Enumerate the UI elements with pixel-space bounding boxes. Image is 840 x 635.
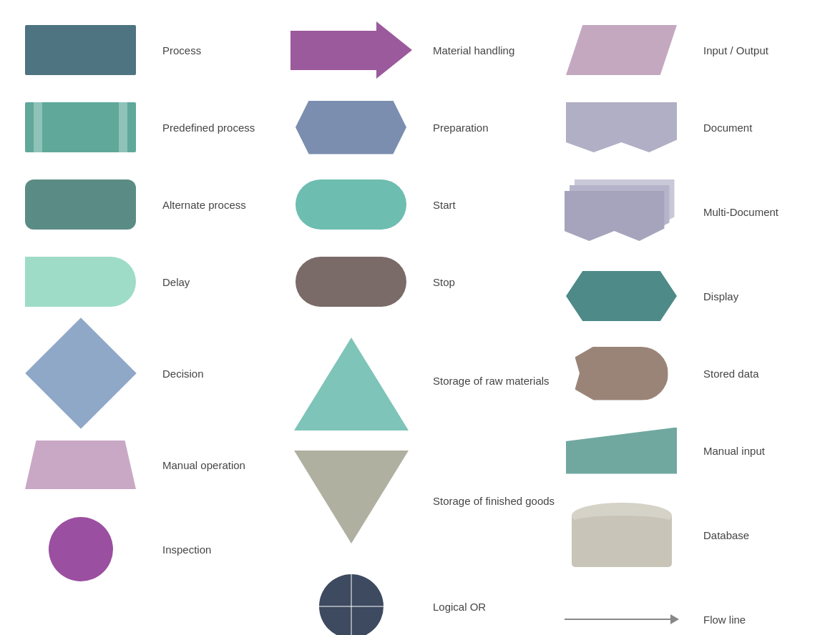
document-shape [566, 102, 677, 152]
col-1: Process Predefined process Alternate pro… [14, 21, 285, 635]
input-output-label: Input / Output [703, 44, 796, 56]
shape-delay-wrap [14, 257, 147, 307]
row-stop: Stop [285, 253, 555, 310]
stop-shape [296, 257, 406, 307]
row-decision: Decision [14, 330, 285, 416]
col-2: Material handling Preparation Start Stop [285, 21, 555, 635]
row-alternate: Alternate process [14, 176, 285, 233]
manual-op-shape [25, 440, 136, 489]
decision-label: Decision [162, 368, 255, 380]
row-input-output: Input / Output [555, 21, 826, 79]
row-start: Start [285, 176, 555, 233]
stored-data-shape [575, 347, 668, 400]
row-stored-data: Stored data [555, 345, 826, 402]
row-document: Document [555, 99, 826, 156]
multidoc-shape [565, 179, 679, 244]
alternate-label: Alternate process [162, 199, 255, 211]
shape-material-handling-wrap [285, 21, 417, 79]
flow-line-arrow [670, 614, 679, 624]
process-label: Process [162, 44, 255, 56]
shape-flow-line-wrap [555, 614, 688, 624]
database-shape [572, 503, 672, 567]
display-label: Display [703, 290, 796, 302]
flow-line-label: Flow line [703, 614, 796, 626]
shape-predefined-wrap [14, 102, 147, 152]
storage-finished-shape [294, 451, 409, 543]
database-label: Database [703, 529, 796, 541]
start-label: Start [433, 199, 526, 211]
database-top-inner [572, 516, 672, 528]
manual-input-label: Manual input [703, 445, 796, 457]
row-storage-finished: Storage of finished goods [285, 451, 555, 551]
stored-data-label: Stored data [703, 368, 796, 380]
shape-stored-data-wrap [555, 347, 688, 400]
delay-label: Delay [162, 276, 255, 288]
arrow-body [290, 31, 376, 70]
alternate-shape [25, 179, 136, 230]
stop-label: Stop [433, 276, 526, 288]
col-3: Input / Output Document Multi-Document [555, 21, 826, 635]
shape-decision-wrap [14, 334, 147, 413]
storage-raw-label: Storage of raw materials [433, 375, 550, 387]
row-database: Database [555, 499, 826, 571]
preparation-shape [296, 101, 406, 154]
row-process: Process [14, 21, 285, 79]
arrow-head [376, 21, 412, 79]
shape-logical-or-wrap [285, 574, 417, 635]
row-manual-op: Manual operation [14, 436, 285, 493]
delay-shape [25, 257, 136, 307]
predefined-shape [25, 102, 136, 152]
shape-start-wrap [285, 179, 417, 230]
shape-alternate-wrap [14, 179, 147, 230]
start-shape [296, 179, 406, 230]
manual-op-label: Manual operation [162, 459, 255, 471]
input-output-shape [566, 25, 677, 75]
multidoc-label: Multi-Document [703, 206, 796, 218]
row-storage-raw: Storage of raw materials [285, 330, 555, 430]
multidoc-page-3 [565, 191, 665, 241]
row-delay: Delay [14, 253, 285, 310]
document-label: Document [703, 122, 796, 134]
row-flow-line: Flow line [555, 591, 826, 635]
main-grid: Process Predefined process Alternate pro… [0, 0, 840, 635]
shape-display-wrap [555, 271, 688, 321]
shape-process-wrap [14, 25, 147, 75]
shape-database-wrap-outer [555, 503, 688, 567]
process-shape [25, 25, 136, 75]
storage-finished-label: Storage of finished goods [433, 495, 555, 507]
shape-multidoc-wrap-outer [555, 179, 688, 244]
flow-line-body [565, 619, 670, 620]
decision-shape [25, 318, 137, 429]
row-display: Display [555, 267, 826, 325]
row-inspection: Inspection [14, 513, 285, 585]
flow-line-shape [565, 614, 679, 624]
shape-storage-finished-wrap [285, 451, 417, 543]
material-handling-label: Material handling [433, 44, 526, 56]
row-manual-input: Manual input [555, 422, 826, 479]
shape-input-output-wrap [555, 25, 688, 75]
shape-stop-wrap [285, 257, 417, 307]
logical-or-label: Logical OR [433, 601, 526, 613]
display-shape [566, 271, 677, 321]
row-multidoc: Multi-Document [555, 176, 826, 247]
shape-storage-raw-wrap [285, 338, 417, 430]
logical-or-shape [319, 574, 384, 635]
inspection-shape [49, 517, 113, 581]
shape-document-wrap [555, 102, 688, 152]
storage-raw-shape [294, 338, 409, 430]
shape-manual-op-wrap [14, 440, 147, 489]
row-logical-or: Logical OR [285, 571, 555, 635]
preparation-label: Preparation [433, 122, 526, 134]
manual-input-shape [566, 428, 677, 474]
row-preparation: Preparation [285, 99, 555, 156]
inspection-label: Inspection [162, 543, 255, 556]
row-predefined: Predefined process [14, 99, 285, 156]
shape-manual-input-wrap [555, 428, 688, 474]
shape-inspection-wrap [14, 517, 147, 581]
row-material-handling: Material handling [285, 21, 555, 79]
material-handling-shape [290, 21, 412, 79]
predefined-label: Predefined process [162, 122, 255, 134]
shape-preparation-wrap [285, 101, 417, 154]
